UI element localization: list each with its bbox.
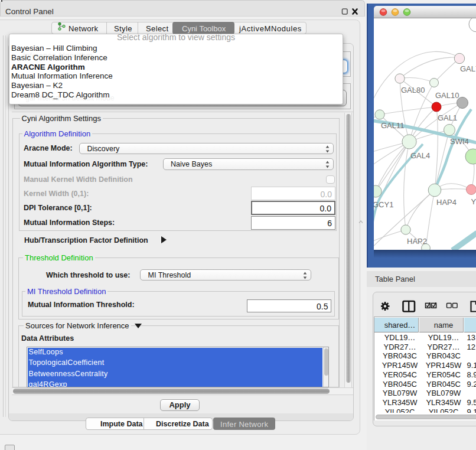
svg-text:GAL4: GAL4 — [410, 151, 430, 160]
svg-text:GAL1: GAL1 — [438, 113, 457, 122]
svg-text:GAL80: GAL80 — [401, 86, 425, 94]
svg-text:SWI4: SWI4 — [450, 137, 469, 146]
svg-text:GAL10: GAL10 — [435, 91, 459, 100]
svg-text:Y: Y — [471, 197, 476, 206]
svg-text:GAL7: GAL7 — [460, 64, 476, 73]
svg-text:HAP2: HAP2 — [407, 237, 427, 246]
svg-text:GAL11: GAL11 — [381, 121, 405, 130]
svg-text:GCY1: GCY1 — [374, 200, 393, 209]
svg-text:HAP4: HAP4 — [436, 198, 457, 207]
